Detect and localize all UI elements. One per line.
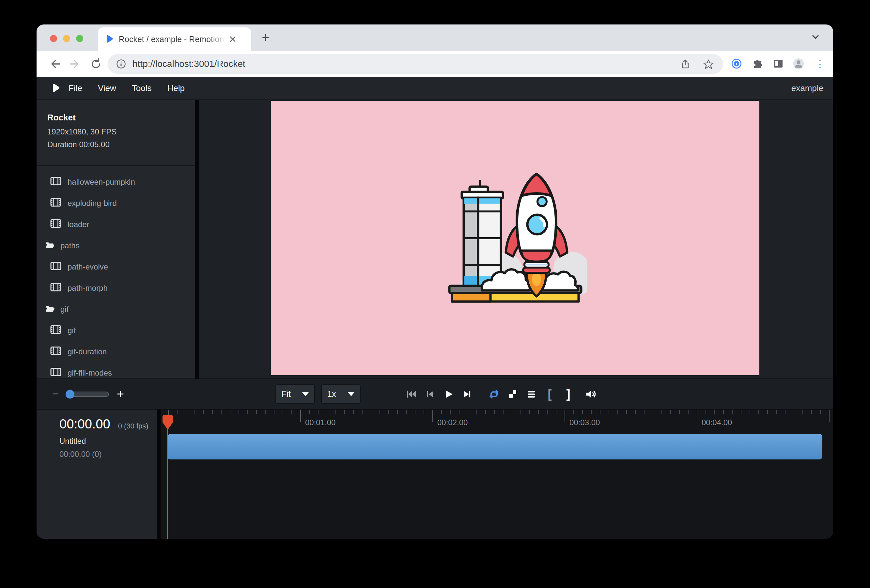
- composition-item-path-morph[interactable]: path-morph: [37, 277, 195, 299]
- folder-item-paths[interactable]: paths: [37, 235, 195, 256]
- folder-label: gif: [60, 305, 69, 314]
- tab-search-chevron-icon[interactable]: [810, 31, 821, 43]
- app-menubar: File View Tools Help example: [37, 77, 833, 100]
- next-frame-icon: [462, 389, 472, 399]
- chevron-down-icon: [348, 392, 355, 396]
- composition-label: gif-duration: [67, 347, 107, 356]
- video-canvas[interactable]: [271, 101, 759, 375]
- track-duration: 00:00.00 (0): [37, 450, 156, 459]
- next-frame-button[interactable]: [458, 389, 477, 399]
- current-timecode: 00:00.00: [60, 417, 110, 432]
- loop-toggle-button[interactable]: [485, 388, 503, 400]
- profile-avatar[interactable]: [793, 58, 804, 69]
- previous-frame-button[interactable]: [421, 389, 439, 399]
- speaker-icon: [584, 388, 596, 400]
- film-icon: [50, 198, 61, 209]
- playhead-line: [167, 423, 168, 539]
- set-out-point-button[interactable]: ]: [559, 387, 578, 401]
- ruler-label: 00:02.00: [437, 418, 468, 427]
- minimize-window-button[interactable]: [63, 35, 70, 42]
- timeline-zoom-slider[interactable]: [66, 392, 109, 397]
- new-tab-button[interactable]: +: [258, 30, 273, 45]
- zoom-in-button[interactable]: +: [117, 387, 124, 401]
- slider-knob[interactable]: [66, 390, 74, 398]
- rocket-illustration: [444, 169, 587, 307]
- remotion-favicon-icon: [104, 34, 113, 44]
- browser-toolbar: http://localhost:3001/Rocket ⋮: [37, 51, 833, 77]
- password-manager-icon[interactable]: [731, 58, 742, 69]
- timeline-panel: 00:00.00 0 (30 fps) Untitled 00:00.00 (0…: [37, 409, 833, 539]
- set-in-point-button[interactable]: [: [541, 387, 559, 401]
- timeline-sequence-bar[interactable]: [167, 434, 822, 460]
- reload-button[interactable]: [89, 57, 103, 71]
- play-button[interactable]: [439, 389, 458, 399]
- folder-item-gif[interactable]: gif: [37, 299, 195, 320]
- close-window-button[interactable]: [50, 35, 57, 42]
- rich-timeline-toggle-button[interactable]: [522, 389, 541, 399]
- bookmark-star-icon[interactable]: [703, 59, 714, 69]
- address-bar[interactable]: http://localhost:3001/Rocket: [108, 54, 723, 74]
- playhead-handle[interactable]: [162, 415, 173, 430]
- composition-item-path-evolve[interactable]: path-evolve: [37, 256, 195, 277]
- folder-open-icon: [45, 241, 55, 251]
- share-icon[interactable]: [680, 59, 691, 69]
- sidebar-divider: [37, 165, 195, 166]
- project-name-label: example: [791, 83, 823, 93]
- browser-window: Rocket / example - Remotion P +: [37, 24, 833, 539]
- tab-close-icon[interactable]: [228, 35, 237, 43]
- timeline-track-area[interactable]: 00:01.00 00:02.00 00:03.00 00:04.00: [161, 409, 833, 539]
- url-text[interactable]: http://localhost:3001/Rocket: [133, 59, 246, 69]
- play-icon: [444, 389, 454, 399]
- menu-file[interactable]: File: [61, 83, 90, 93]
- ruler-label: 00:01.00: [305, 418, 335, 427]
- folder-label: paths: [60, 241, 80, 250]
- timeline-panel-divider: [156, 409, 161, 539]
- composition-item-halloween-pumpkin[interactable]: halloween-pumpkin: [37, 171, 195, 192]
- playback-controls: [ ]: [402, 379, 599, 409]
- browser-tab[interactable]: Rocket / example - Remotion P: [98, 27, 251, 51]
- size-select-value: Fit: [282, 389, 291, 399]
- side-panel-icon[interactable]: [773, 58, 784, 69]
- composition-item-gif-duration[interactable]: gif-duration: [37, 341, 195, 362]
- film-icon: [50, 283, 61, 294]
- player-toolbar: − + Fit 1x: [37, 378, 833, 409]
- skip-start-icon: [406, 389, 417, 400]
- composition-label: gif-fill-modes: [67, 368, 112, 378]
- menu-view[interactable]: View: [90, 83, 124, 93]
- composition-info: Rocket 1920x1080, 30 FPS Duration 00:05.…: [37, 100, 195, 149]
- menu-help[interactable]: Help: [159, 83, 192, 93]
- site-info-icon[interactable]: [116, 58, 127, 70]
- composition-title: Rocket: [47, 113, 195, 123]
- forward-button[interactable]: [68, 57, 82, 71]
- tab-strip: Rocket / example - Remotion P +: [37, 24, 833, 51]
- film-icon: [50, 261, 61, 272]
- film-icon: [50, 177, 61, 188]
- sidebar-resize-handle[interactable]: [195, 100, 199, 378]
- composition-label: halloween-pumpkin: [67, 177, 135, 187]
- browser-menu-kebab-icon[interactable]: ⋮: [815, 58, 825, 69]
- zoom-out-button[interactable]: −: [52, 388, 58, 400]
- back-button[interactable]: [48, 57, 62, 71]
- remotion-logo-icon[interactable]: [50, 83, 61, 93]
- menu-tools[interactable]: Tools: [124, 83, 159, 93]
- playback-rate-select[interactable]: 1x: [321, 384, 361, 403]
- composition-item-gif-fill-modes[interactable]: gif-fill-modes: [37, 362, 195, 378]
- extensions-puzzle-icon[interactable]: [752, 58, 763, 69]
- composition-label: gif: [67, 326, 76, 335]
- main-content: Rocket 1920x1080, 30 FPS Duration 00:05.…: [37, 100, 833, 378]
- composition-label: path-evolve: [67, 262, 108, 271]
- maximize-window-button[interactable]: [76, 35, 83, 42]
- composition-item-gif[interactable]: gif: [37, 320, 195, 341]
- transparency-toggle-button[interactable]: [503, 389, 522, 399]
- preview-area: [199, 100, 833, 378]
- chevron-down-icon: [302, 392, 309, 396]
- prev-frame-icon: [425, 389, 435, 399]
- macos-window-controls: [50, 35, 83, 42]
- composition-label: path-morph: [67, 284, 108, 293]
- folder-open-icon: [45, 304, 55, 314]
- size-select[interactable]: Fit: [276, 384, 315, 403]
- jump-to-start-button[interactable]: [402, 389, 421, 400]
- composition-item-loader[interactable]: loader: [37, 214, 195, 235]
- mute-toggle-button[interactable]: [581, 388, 599, 400]
- composition-item-exploding-bird[interactable]: exploding-bird: [37, 192, 195, 214]
